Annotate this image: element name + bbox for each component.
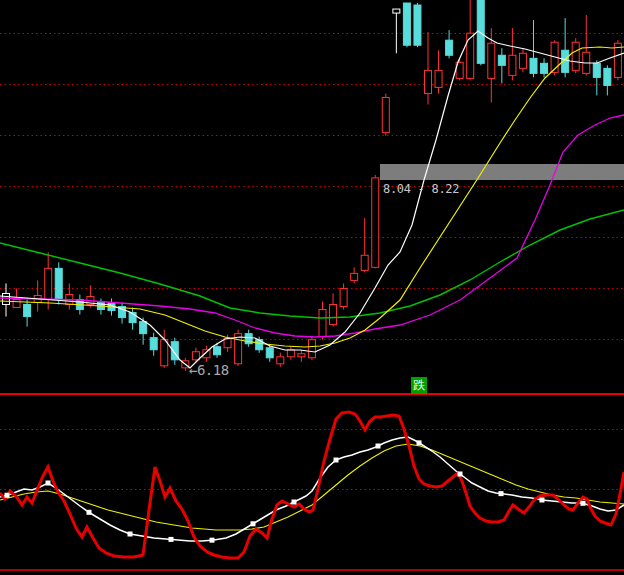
candlestick-chart-canvas[interactable] <box>0 0 624 575</box>
price-band-label: 8.04 - 8.22 <box>383 182 459 196</box>
low-price-annotation: ←6.18 <box>189 362 229 378</box>
fall-badge: 跌 <box>411 377 427 394</box>
stock-chart-window: 8.04 - 8.22 ←6.18 跌 <box>0 0 624 575</box>
